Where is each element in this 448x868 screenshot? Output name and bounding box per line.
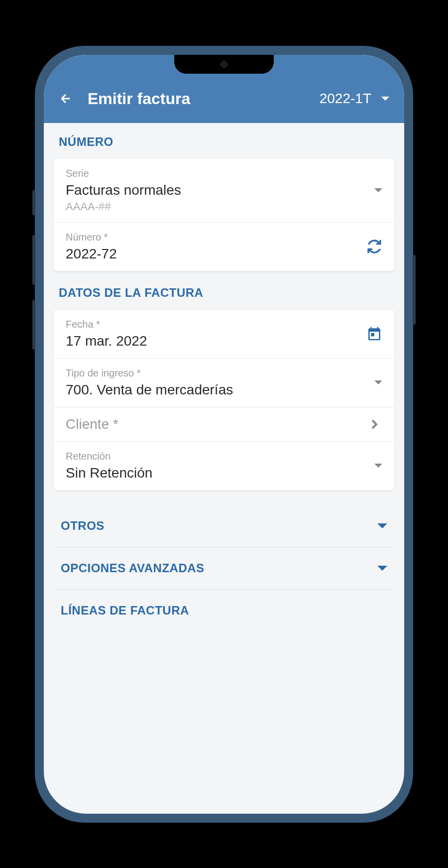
refresh-button[interactable] xyxy=(366,239,382,254)
tipo-content: Tipo de ingreso * 700. Venta de mercader… xyxy=(66,368,374,398)
otros-label: OTROS xyxy=(61,519,105,533)
period-selector[interactable]: 2022-1T xyxy=(320,91,389,107)
fecha-value: 17 mar. 2022 xyxy=(66,333,366,349)
chevron-down-icon xyxy=(377,566,387,571)
form-content: NÚMERO Serie Facturas normales AAAA-## N… xyxy=(44,123,404,814)
phone-volume-up xyxy=(32,235,35,285)
cliente-field[interactable]: Cliente * xyxy=(54,407,394,442)
tipo-value: 700. Venta de mercaderías xyxy=(66,382,374,398)
lineas-section: LÍNEAS DE FACTURA xyxy=(54,590,394,618)
cliente-content: Cliente * xyxy=(66,416,366,432)
numero-content: Número * 2022-72 xyxy=(66,232,366,262)
section-label-datos: DATOS DE LA FACTURA xyxy=(59,286,394,300)
fecha-label: Fecha * xyxy=(66,319,366,330)
calendar-icon xyxy=(366,326,382,342)
cliente-nav xyxy=(366,416,382,432)
serie-label: Serie xyxy=(66,168,374,179)
numero-label: Número * xyxy=(66,232,366,243)
tipo-ingreso-field[interactable]: Tipo de ingreso * 700. Venta de mercader… xyxy=(54,359,394,407)
phone-mute-switch xyxy=(32,190,35,215)
chevron-down-icon xyxy=(374,464,382,468)
numero-value: 2022-72 xyxy=(66,246,366,262)
retencion-label: Retención xyxy=(66,451,374,462)
phone-notch xyxy=(174,55,274,74)
lineas-label: LÍNEAS DE FACTURA xyxy=(61,604,387,618)
phone-volume-down xyxy=(32,300,35,350)
phone-screen-bezel: Emitir factura 2022-1T NÚMERO Serie Fact… xyxy=(44,55,404,814)
page-title: Emitir factura xyxy=(88,90,305,108)
refresh-icon xyxy=(366,239,382,254)
phone-shadow xyxy=(50,818,398,838)
calendar-button[interactable] xyxy=(366,326,382,342)
svg-rect-0 xyxy=(371,333,374,337)
avanzadas-section-toggle[interactable]: OPCIONES AVANZADAS xyxy=(54,547,394,590)
phone-camera xyxy=(221,61,227,68)
tipo-label: Tipo de ingreso * xyxy=(66,368,374,379)
serie-value: Facturas normales xyxy=(66,182,374,198)
numero-field[interactable]: Número * 2022-72 xyxy=(54,223,394,271)
fecha-content: Fecha * 17 mar. 2022 xyxy=(66,319,366,349)
phone-device-frame: Emitir factura 2022-1T NÚMERO Serie Fact… xyxy=(35,46,413,823)
serie-format: AAAA-## xyxy=(66,200,374,213)
phone-power-button xyxy=(413,255,416,325)
card-datos: Fecha * 17 mar. 2022 Tipo de ingre xyxy=(54,310,394,490)
serie-field[interactable]: Serie Facturas normales AAAA-## xyxy=(54,159,394,223)
retencion-field[interactable]: Retención Sin Retención xyxy=(54,442,394,490)
serie-content: Serie Facturas normales AAAA-## xyxy=(66,168,374,213)
cliente-label: Cliente * xyxy=(66,416,366,432)
chevron-down-icon xyxy=(374,380,382,384)
chevron-down-icon xyxy=(377,523,387,528)
chevron-right-icon xyxy=(366,416,382,432)
retencion-content: Retención Sin Retención xyxy=(66,451,374,481)
avanzadas-label: OPCIONES AVANZADAS xyxy=(61,561,205,575)
otros-section-toggle[interactable]: OTROS xyxy=(54,505,394,547)
app-screen: Emitir factura 2022-1T NÚMERO Serie Fact… xyxy=(44,55,404,814)
period-value: 2022-1T xyxy=(320,91,371,107)
back-button[interactable] xyxy=(59,92,73,106)
fecha-field[interactable]: Fecha * 17 mar. 2022 xyxy=(54,310,394,359)
retencion-value: Sin Retención xyxy=(66,465,374,481)
arrow-left-icon xyxy=(59,92,73,106)
section-label-numero: NÚMERO xyxy=(59,135,394,149)
card-numero: Serie Facturas normales AAAA-## Número *… xyxy=(54,159,394,271)
chevron-down-icon xyxy=(374,188,382,192)
chevron-down-icon xyxy=(381,97,389,101)
